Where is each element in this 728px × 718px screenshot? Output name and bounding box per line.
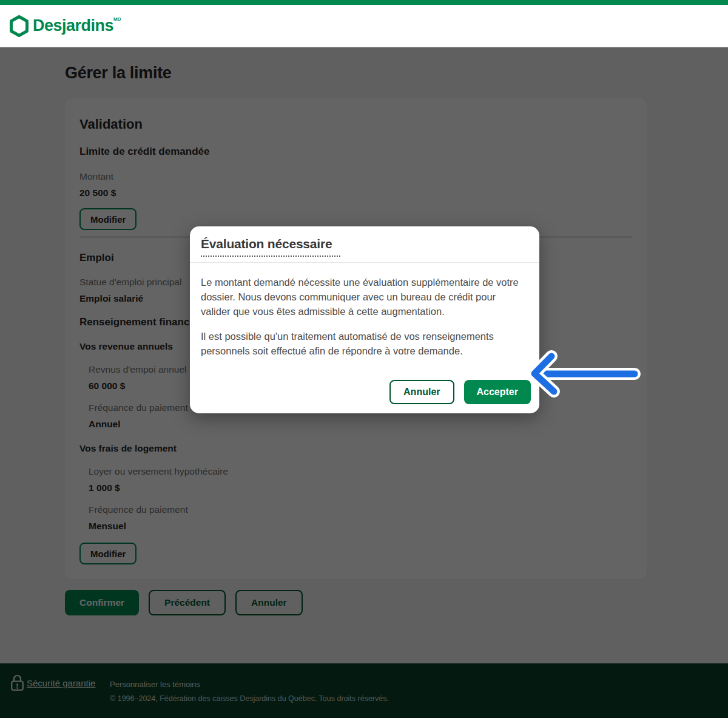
hexagon-icon <box>10 15 33 37</box>
modal-title: Évaluation nécessaire <box>201 237 340 257</box>
modal-body: Le montant demandé nécessite une évaluat… <box>190 263 539 373</box>
trademark-superscript: MD <box>113 16 121 22</box>
modal-header: Évaluation nécessaire <box>190 226 539 262</box>
modal-paragraph: Le montant demandé nécessite une évaluat… <box>201 276 527 319</box>
modal-paragraph: Il est possible qu'un traitement automat… <box>201 330 527 359</box>
app-header: DesjardinsMD <box>0 5 728 47</box>
modal-cancel-button[interactable]: Annuler <box>389 380 454 404</box>
modal-accept-button[interactable]: Accepter <box>464 380 531 404</box>
modal-actions: Annuler Accepter <box>190 373 539 413</box>
desjardins-logo[interactable]: DesjardinsMD <box>10 15 121 37</box>
brand-wordmark: Desjardins <box>33 16 113 35</box>
evaluation-modal: Évaluation nécessaire Le montant demandé… <box>190 226 539 413</box>
brand-top-bar <box>0 0 728 5</box>
